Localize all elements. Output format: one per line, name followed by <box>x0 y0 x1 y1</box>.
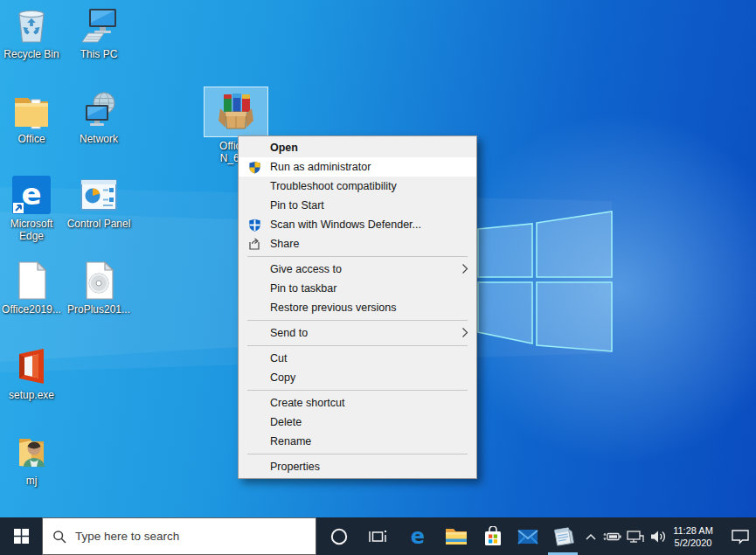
svg-text:e: e <box>411 525 425 548</box>
mail-icon <box>517 528 538 545</box>
chevron-up-icon <box>585 532 597 541</box>
edge-icon: e <box>406 525 429 548</box>
action-center-button[interactable] <box>724 517 756 555</box>
svg-text:e: e <box>21 177 41 212</box>
task-view-icon <box>368 528 387 545</box>
tray-network-button[interactable] <box>624 517 647 555</box>
cortana-button[interactable] <box>320 517 358 555</box>
icon-label: setup.exe <box>9 389 54 401</box>
menu-item-rename[interactable]: Rename <box>239 432 476 451</box>
menu-separator <box>247 320 468 321</box>
submenu-arrow-icon <box>461 327 468 341</box>
microsoft-store-icon <box>483 526 503 547</box>
tray-battery-button[interactable] <box>601 517 624 555</box>
wallpaper[interactable]: Recycle Bin This PC <box>0 0 756 517</box>
menu-item-cut[interactable]: Cut <box>239 349 476 368</box>
desktop-icon-microsoft-edge[interactable]: e Microsoft Edge <box>0 175 65 242</box>
windows-desktop-screen: Recycle Bin This PC <box>0 0 756 555</box>
menu-item-run-as-administrator[interactable]: Run as administrator <box>239 157 476 177</box>
taskbar: e <box>0 517 756 555</box>
document-icon <box>10 260 52 301</box>
icon-label: This PC <box>80 48 118 60</box>
taskbar-mail-button[interactable] <box>510 517 545 555</box>
taskbar-edge-button[interactable]: e <box>399 517 437 555</box>
icon-label: Recycle Bin <box>3 48 59 60</box>
taskbar-active-app-button[interactable] <box>545 517 580 555</box>
menu-item-troubleshoot-compatibility[interactable]: Troubleshoot compatibility <box>239 177 476 196</box>
desktop-icon-office[interactable]: Office <box>0 90 65 145</box>
desktop-icon-proplus-image[interactable]: ProPlus201... <box>66 260 132 316</box>
menu-separator <box>247 390 468 391</box>
clock-date: 5/2/2020 <box>675 537 712 549</box>
search-icon <box>52 530 66 544</box>
submenu-arrow-icon <box>461 263 468 277</box>
menu-item-pin-to-start[interactable]: Pin to Start <box>239 196 476 215</box>
action-center-icon <box>731 528 750 545</box>
icon-label: Office2019... <box>2 303 61 316</box>
taskbar-store-button[interactable] <box>475 517 510 555</box>
icon-label: Control Panel <box>67 218 131 230</box>
defender-shield-icon <box>239 219 270 232</box>
active-app-notepad-icon <box>551 525 574 548</box>
network-ethernet-icon <box>626 529 645 545</box>
cortana-icon <box>329 527 349 546</box>
desktop-icon-control-panel[interactable]: Control Panel <box>66 175 132 230</box>
start-button[interactable] <box>0 517 42 555</box>
battery-charging-icon <box>603 530 622 544</box>
menu-separator <box>247 345 468 346</box>
context-menu: Open Run as administrator Troubleshoot c… <box>238 135 477 479</box>
desktop-icon-recycle-bin[interactable]: Recycle Bin <box>0 5 65 60</box>
taskbar-search[interactable] <box>42 517 316 555</box>
selection-highlight <box>204 87 268 137</box>
menu-item-give-access-to[interactable]: Give access to <box>239 260 476 279</box>
disc-image-icon <box>78 260 120 301</box>
menu-item-share[interactable]: Share <box>239 234 476 253</box>
speaker-icon <box>649 529 667 545</box>
menu-item-open[interactable]: Open <box>239 138 476 157</box>
menu-item-create-shortcut[interactable]: Create shortcut <box>239 393 476 413</box>
desktop-icon-network[interactable]: Network <box>66 90 132 145</box>
user-folder-icon <box>10 432 52 472</box>
desktop-icon-office2019-file[interactable]: Office2019... <box>0 260 65 316</box>
menu-item-delete[interactable]: Delete <box>239 413 476 432</box>
desktop-icon-setup-exe[interactable]: setup.exe <box>0 346 65 401</box>
icon-label: Office <box>17 133 45 145</box>
menu-separator <box>247 454 468 454</box>
office-folder-icon <box>10 90 52 130</box>
menu-item-send-to[interactable]: Send to <box>239 323 476 343</box>
office-setup-icon <box>10 346 52 386</box>
desktop-icon-mj-folder[interactable]: mj <box>0 432 65 487</box>
menu-item-properties[interactable]: Properties <box>239 457 476 476</box>
menu-item-scan-with-windows-defender[interactable]: Scan with Windows Defender... <box>239 215 476 234</box>
tray-show-hidden-icons-button[interactable] <box>580 517 601 555</box>
icon-label: ProPlus201... <box>67 303 130 316</box>
archive-box-icon <box>215 91 257 131</box>
network-icon <box>78 90 120 130</box>
search-input[interactable] <box>75 530 281 543</box>
task-view-button[interactable] <box>358 517 397 555</box>
this-pc-icon <box>78 5 120 45</box>
control-panel-icon <box>78 175 120 215</box>
share-icon <box>239 237 270 251</box>
icon-label: mj <box>26 475 38 487</box>
menu-item-copy[interactable]: Copy <box>239 368 476 387</box>
menu-item-restore-previous-versions[interactable]: Restore previous versions <box>239 298 476 317</box>
icon-label: Microsoft Edge <box>3 218 59 242</box>
edge-icon: e <box>10 175 52 215</box>
recycle-bin-icon <box>10 5 52 45</box>
menu-item-pin-to-taskbar[interactable]: Pin to taskbar <box>239 279 476 298</box>
file-explorer-icon <box>445 527 468 546</box>
icon-label: Network <box>80 133 118 145</box>
tray-clock[interactable]: 11:28 AM 5/2/2020 <box>666 517 720 555</box>
windows-start-icon <box>14 529 29 544</box>
clock-time: 11:28 AM <box>673 524 713 537</box>
desktop-icon-this-pc[interactable]: This PC <box>66 5 132 60</box>
menu-separator <box>247 256 468 257</box>
taskbar-file-explorer-button[interactable] <box>437 517 475 555</box>
uac-shield-icon <box>239 161 270 174</box>
